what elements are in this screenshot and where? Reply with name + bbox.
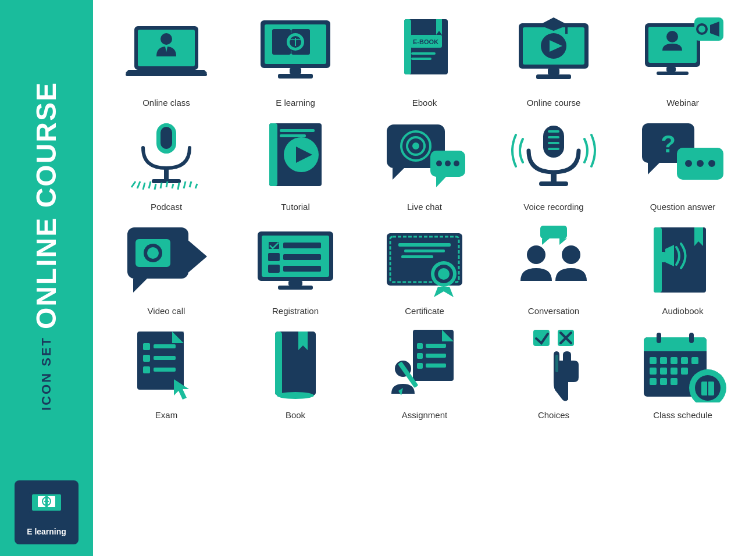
svg-rect-151 [417, 363, 423, 369]
svg-rect-104 [268, 253, 280, 261]
svg-rect-35 [548, 69, 559, 74]
main-content: Online class [93, 0, 756, 556]
icon-item-choices: Choices [492, 324, 615, 420]
svg-marker-99 [187, 239, 207, 274]
svg-rect-173 [671, 368, 677, 375]
svg-rect-165 [689, 333, 694, 343]
svg-point-44 [698, 26, 705, 33]
svg-rect-171 [650, 368, 657, 375]
svg-rect-113 [398, 243, 451, 247]
svg-rect-82 [548, 142, 559, 144]
svg-rect-85 [539, 181, 568, 186]
svg-rect-174 [681, 368, 688, 375]
icon-item-webinar: Webinar [621, 12, 744, 108]
icon-item-registration: Registration [234, 220, 357, 316]
svg-point-34 [564, 34, 569, 40]
svg-rect-103 [283, 243, 321, 248]
icon-item-certificate: Certificate [363, 220, 486, 316]
svg-rect-106 [268, 265, 280, 273]
svg-rect-160 [555, 355, 558, 372]
svg-rect-176 [660, 378, 667, 385]
svg-rect-48 [161, 127, 172, 149]
svg-rect-130 [659, 252, 665, 262]
svg-line-56 [161, 183, 162, 188]
icon-label-book: Book [286, 410, 305, 420]
svg-point-92 [697, 160, 704, 167]
icon-item-podcast: Podcast [105, 116, 228, 212]
svg-marker-75 [436, 177, 446, 187]
svg-marker-125 [559, 238, 567, 245]
svg-rect-170 [691, 357, 698, 364]
icon-label-certificate: Certificate [405, 306, 444, 316]
icon-item-book: Book [234, 324, 357, 420]
svg-rect-168 [671, 357, 677, 364]
icon-label-live-chat: Live chat [407, 202, 442, 212]
svg-rect-142 [275, 332, 282, 395]
svg-text:?: ? [661, 130, 676, 158]
icon-label-video-call: Video call [148, 306, 186, 316]
svg-rect-84 [551, 172, 557, 183]
svg-rect-136 [143, 355, 150, 362]
svg-rect-11 [126, 73, 207, 76]
icon-label-online-class: Online class [142, 98, 190, 108]
svg-rect-41 [657, 72, 689, 75]
svg-rect-148 [426, 344, 446, 348]
svg-point-98 [147, 247, 159, 259]
svg-point-78 [454, 161, 459, 166]
icon-item-tutorial: Tutorial [234, 116, 357, 212]
svg-rect-134 [143, 343, 150, 350]
icon-label-conversation: Conversation [528, 306, 579, 316]
svg-line-62 [195, 184, 197, 188]
svg-rect-81 [548, 136, 559, 138]
svg-rect-115 [401, 255, 433, 258]
svg-rect-172 [660, 368, 667, 375]
svg-line-52 [137, 181, 140, 188]
icon-label-e-learning: E learning [276, 98, 315, 108]
icon-item-voice-recording: Voice recording [492, 116, 615, 212]
svg-rect-67 [280, 129, 315, 132]
svg-rect-181 [708, 382, 714, 395]
icon-item-question-answer: ? Question answer [621, 116, 744, 212]
svg-rect-177 [671, 378, 677, 385]
svg-marker-123 [542, 238, 550, 245]
icon-item-live-chat: Live chat [363, 116, 486, 212]
svg-rect-83 [548, 148, 559, 150]
svg-point-91 [685, 160, 692, 167]
svg-rect-167 [660, 357, 667, 364]
svg-rect-80 [548, 130, 559, 133]
svg-rect-109 [288, 281, 302, 286]
svg-rect-36 [536, 74, 571, 79]
svg-marker-95 [133, 279, 147, 293]
svg-line-53 [143, 183, 145, 190]
sidebar: ONLINE COURSE ICON SET E learning [0, 0, 93, 556]
svg-point-118 [438, 268, 450, 280]
svg-line-59 [178, 183, 179, 190]
svg-point-121 [562, 245, 580, 264]
svg-rect-6 [39, 516, 54, 519]
svg-rect-147 [417, 343, 423, 349]
svg-rect-49 [164, 168, 169, 180]
svg-marker-70 [393, 168, 404, 180]
svg-point-76 [436, 161, 442, 166]
svg-point-73 [412, 142, 419, 149]
icons-grid: Online class [105, 12, 744, 420]
svg-rect-50 [152, 179, 181, 183]
svg-rect-107 [283, 266, 321, 272]
svg-marker-90 [715, 180, 726, 187]
svg-line-57 [166, 181, 167, 187]
svg-text:E-BOOK: E-BOOK [413, 38, 438, 45]
svg-rect-26 [411, 58, 432, 60]
svg-marker-119 [434, 287, 454, 297]
svg-rect-105 [283, 254, 321, 260]
icon-item-online-class: Online class [105, 12, 228, 108]
icon-item-conversation: Conversation [492, 220, 615, 316]
icon-label-tutorial: Tutorial [281, 202, 309, 212]
svg-rect-152 [426, 363, 446, 368]
icon-item-e-learning: E learning [234, 12, 357, 108]
svg-line-60 [184, 181, 186, 188]
icon-item-online-course: Online course [492, 12, 615, 108]
svg-line-58 [172, 184, 173, 188]
sidebar-title-block: ONLINE COURSE ICON SET [33, 12, 60, 480]
svg-rect-137 [154, 356, 176, 360]
icon-label-class-schedule: Class schedule [653, 410, 712, 420]
